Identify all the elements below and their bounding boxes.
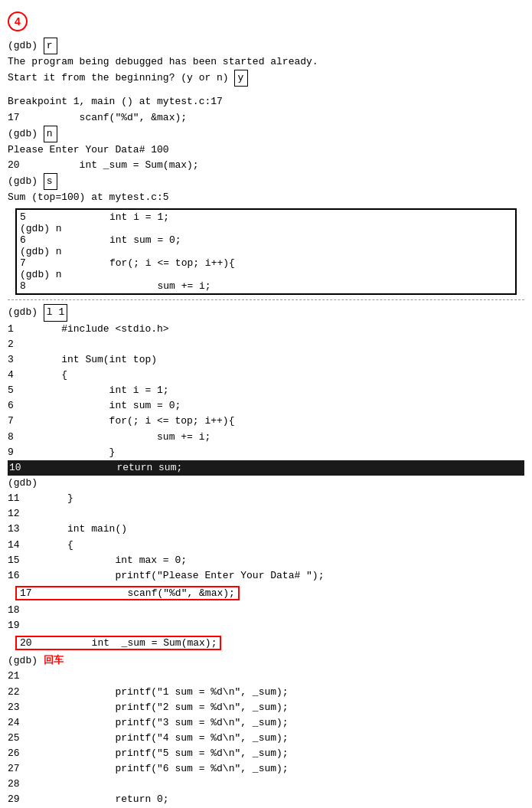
line-8: 8 sum += i; — [20, 280, 512, 292]
gdb-prompt-l1: (gdb) l 1 — [8, 304, 524, 321]
src-line-29: 29 return 0; — [8, 792, 524, 807]
gdb-input-r[interactable]: r — [44, 38, 57, 54]
src-line-12: 12 — [8, 506, 524, 522]
program-started-line: The program being debugged has been star… — [8, 54, 524, 70]
src-line-24: 24 printf("3 sum = %d\n", _sum); — [8, 715, 524, 731]
section-2: Breakpoint 1, main () at mytest.c:17 17 … — [8, 93, 524, 207]
src-line-10-highlighted: 10 return sum; — [8, 460, 524, 476]
gdb-input-l1[interactable]: l 1 — [44, 304, 67, 321]
line-20-redbox-wrapper: 20 int _sum = Sum(max); — [15, 636, 517, 650]
src-line-8b: 8 sum += i; — [8, 430, 524, 445]
src-line-28: 28 — [8, 777, 524, 792]
src-line-26: 26 printf("5 sum = %d\n", _sum); — [8, 746, 524, 761]
src-line-15: 15 int max = 0; — [8, 553, 524, 568]
step-badge: 4 — [8, 11, 28, 31]
src-line-1: 1 #include <stdio.h> — [8, 322, 524, 337]
gdb-prompt-empty: (gdb) — [8, 476, 524, 491]
src-line-5b: 5 int i = 1; — [8, 383, 524, 398]
src-line-6b: 6 int sum = 0; — [8, 398, 524, 414]
src-line-16: 16 printf("Please Enter Your Data# "); — [8, 568, 524, 584]
gdb-n3: (gdb) n — [20, 246, 512, 257]
section-4: (gdb) l 1 1 #include <stdio.h> 2 3 int S… — [8, 303, 524, 585]
gdb-prompt-enter: (gdb) 回车 — [8, 653, 524, 669]
breakpoint-1-line: Breakpoint 1, main () at mytest.c:17 — [8, 94, 524, 110]
line-7: 7 for(; i <= top; i++){ — [20, 257, 512, 269]
gdb-prompt-n1: (gdb) n — [8, 126, 524, 142]
program-started-text: The program being debugged has been star… — [8, 54, 318, 70]
src-line-2: 2 — [8, 337, 524, 352]
src-line-19: 19 — [8, 618, 524, 633]
gdb-n4: (gdb) n — [20, 269, 512, 280]
src-line-23: 23 printf("2 sum = %d\n", _sum); — [8, 700, 524, 715]
section-gdb-enter: (gdb) 回车 21 22 printf("1 sum = %d\n", _s… — [8, 651, 524, 808]
sum-top-line: Sum (top=100) at mytest.c:5 — [8, 190, 524, 205]
src-line-3: 3 int Sum(int top) — [8, 352, 524, 368]
line-17-redbox: 17 scanf("%d", &max); — [15, 586, 240, 600]
gdb-prompt-r: (gdb) r — [8, 38, 524, 54]
gdb-input-s[interactable]: s — [44, 173, 57, 190]
src-line-11: 11 } — [8, 491, 524, 506]
src-line-27: 27 printf("6 sum = %d\n", _sum); — [8, 761, 524, 777]
line-20-first: 20 int _sum = Sum(max); — [8, 158, 524, 173]
src-line-22: 22 printf("1 sum = %d\n", _sum); — [8, 685, 524, 700]
please-enter-line: Please Enter Your Data# 100 — [8, 142, 524, 158]
src-line-9: 9 } — [8, 445, 524, 460]
chinese-huiche: 回车 — [44, 653, 64, 668]
line-20-redbox: 20 int _sum = Sum(max); — [15, 636, 221, 650]
src-line-4: 4 { — [8, 368, 524, 383]
gdb-input-n1[interactable]: n — [44, 126, 57, 142]
line-6: 6 int sum = 0; — [20, 234, 512, 246]
line-17-redbox-wrapper: 17 scanf("%d", &max); — [15, 586, 517, 600]
gdb-n2: (gdb) n — [20, 223, 512, 234]
gdb-prompt-s: (gdb) s — [8, 173, 524, 190]
src-line-25: 25 printf("4 sum = %d\n", _sum); — [8, 731, 524, 746]
src-line-21: 21 — [8, 669, 524, 684]
src-line-18: 18 — [8, 603, 524, 618]
section-18-19: 18 19 — [8, 601, 524, 635]
gdb-input-y[interactable]: y — [234, 70, 248, 87]
prompt: (gdb) — [8, 38, 44, 54]
section-1: (gdb) r The program being debugged has b… — [8, 36, 524, 88]
src-line-13: 13 int main() — [8, 522, 524, 537]
src-line-14: 14 { — [8, 538, 524, 553]
section-3-box: 5 int i = 1; (gdb) n 6 int sum = 0; (gdb… — [15, 208, 517, 295]
page-container: 4 (gdb) r The program being debugged has… — [0, 8, 532, 808]
start-beginning-line: Start it from the beginning? (y or n) y — [8, 70, 524, 87]
src-line-7b: 7 for(; i <= top; i++){ — [8, 414, 524, 429]
line-17: 17 scanf("%d", &max); — [8, 110, 524, 126]
line-5: 5 int i = 1; — [20, 211, 512, 223]
